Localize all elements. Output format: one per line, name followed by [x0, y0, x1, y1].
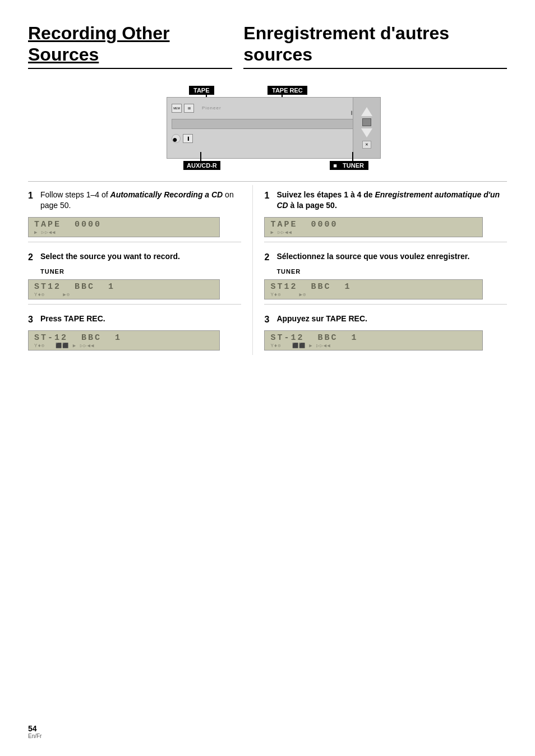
lcd-rec-en: ST-12 BBC 1 Υ♦⊙ ⬛⬛ ▶ ▷▷◀◀ [28, 330, 220, 351]
device-body: MEM ⊞ Pioneer ⊙ ▌ ▌ ▌ ▌ ● ▐ [167, 97, 368, 159]
divider-2-en [28, 304, 241, 305]
pioneer-label: Pioneer [202, 105, 222, 110]
play-button: ▐ [183, 134, 193, 143]
step-3-fr-num: 3 [264, 315, 276, 325]
header-left: Recording Other Sources [28, 22, 243, 69]
lcd-tuner-en: ST12 BBC 1 Υ♦⊙ ▶⊙ [28, 279, 220, 299]
step-2-en-num: 2 [28, 252, 40, 262]
header-right: Enregistrement d'autres sources [243, 22, 507, 69]
up-button [361, 107, 372, 116]
lcd-tape-main-fr: TAPE 0000 [270, 220, 476, 229]
diagram-section: TAPE TAPE REC MEM ⊞ Pioneer ⊙ ▌ ▌ ▌ ▌ [28, 86, 507, 176]
tuner-label-fr-2: TUNER [276, 268, 507, 275]
lcd-rec-main-en: ST-12 BBC 1 [34, 333, 214, 343]
lcd-tape-sub-fr: ▶ ▷▷◀◀ [270, 229, 476, 236]
lcd-rec-fr: ST-12 BBC 1 Υ♦⊙ ⬛⬛ ▶ ▷▷◀◀ [264, 330, 482, 351]
down-button [361, 128, 372, 137]
lcd-tape-sub-en: ▶ ▷▷◀◀ [34, 229, 214, 236]
page: Recording Other Sources Enregistrement d… [0, 0, 535, 756]
col-right: 1 Suivez les étapes 1 à 4 de Enregistrem… [253, 185, 507, 355]
eject-button: ✕ [362, 141, 371, 149]
col-left: 1 Follow steps 1–4 of Automatically Reco… [28, 185, 253, 355]
stop-button [362, 118, 371, 126]
device-slot [172, 119, 363, 129]
page-footer: 54 En/Fr [28, 724, 41, 739]
step-1-fr-num: 1 [264, 191, 276, 211]
lcd-tuner-sub-fr: Υ♦⊙ ▶⊙ [270, 292, 476, 298]
lcd-tuner-sub-en: Υ♦⊙ ▶⊙ [34, 292, 214, 298]
menu-button: MEM [172, 104, 182, 113]
step-3-en: 3 Press TAPE REC. [28, 309, 241, 325]
lcd-tape-en: TAPE 0000 ▶ ▷▷◀◀ [28, 217, 220, 237]
record-button: ● [172, 134, 181, 143]
right-buttons: ✕ [361, 107, 372, 149]
step-2-fr: 2 Sélectionnez la source que vous voulez… [264, 247, 507, 262]
step-1-fr: 1 Suivez les étapes 1 à 4 de Enregistrem… [264, 185, 507, 211]
step-1-en: 1 Follow steps 1–4 of Automatically Reco… [28, 185, 241, 211]
step-3-fr: 3 Appuyez sur TAPE REC. [264, 309, 507, 325]
header: Recording Other Sources Enregistrement d… [28, 22, 507, 69]
lcd-tuner-main-en: ST12 BBC 1 [34, 282, 214, 292]
lcd-tape-fr: TAPE 0000 ▶ ▷▷◀◀ [264, 217, 482, 237]
tuner-arrow [352, 152, 353, 162]
divider-1-fr [264, 242, 507, 242]
lcd-tuner-main-fr: ST12 BBC 1 [270, 282, 476, 292]
step-2-en-content: Select the source you want to record. [40, 251, 180, 262]
label-auxcdr: AUX/CD-R [183, 161, 220, 170]
label-tuner: TUNER [338, 161, 368, 170]
step-1-fr-content: Suivez les étapes 1 à 4 de Enregistremen… [276, 190, 507, 211]
step-1-en-num: 1 [28, 191, 40, 211]
main-divider [28, 181, 507, 182]
label-taperec: TAPE REC [268, 86, 307, 95]
function-button: ⊞ [184, 104, 194, 113]
lcd-rec-sub-fr: Υ♦⊙ ⬛⬛ ▶ ▷▷◀◀ [270, 343, 476, 349]
device-diagram: TAPE TAPE REC MEM ⊞ Pioneer ⊙ ▌ ▌ ▌ ▌ [155, 86, 380, 176]
device-top-left: MEM ⊞ Pioneer [172, 104, 222, 113]
step-2-fr-num: 2 [264, 252, 276, 262]
step-3-en-content: Press TAPE REC. [40, 314, 105, 325]
divider-2-fr [264, 304, 507, 305]
two-col-content: 1 Follow steps 1–4 of Automatically Reco… [28, 185, 507, 355]
step-1-en-content: Follow steps 1–4 of Automatically Record… [40, 190, 241, 211]
tuner-label-en-2: TUNER [40, 268, 241, 275]
device-right-panel: ✕ [353, 97, 381, 159]
stop-button-indicator [362, 118, 371, 126]
auxcdr-arrow [200, 152, 201, 162]
lcd-rec-sub-en: Υ♦⊙ ⬛⬛ ▶ ▷▷◀◀ [34, 343, 214, 349]
device-bottom-row: ● ▐ [167, 129, 368, 149]
device-top-row: MEM ⊞ Pioneer ⊙ ▌ ▌ ▌ ▌ [167, 98, 368, 119]
step-2-en: 2 Select the source you want to record. [28, 247, 241, 262]
step-3-fr-content: Appuyez sur TAPE REC. [276, 314, 367, 325]
lcd-rec-main-fr: ST-12 BBC 1 [270, 333, 476, 343]
title-en: Recording Other Sources [28, 22, 232, 69]
lcd-tuner-fr: ST12 BBC 1 Υ♦⊙ ▶⊙ [264, 279, 482, 299]
page-lang: En/Fr [28, 733, 41, 739]
divider-1-en [28, 242, 241, 242]
title-fr: Enregistrement d'autres sources [243, 22, 507, 69]
lcd-tape-main-en: TAPE 0000 [34, 220, 214, 229]
page-number: 54 [28, 724, 41, 733]
step-3-en-num: 3 [28, 315, 40, 325]
label-tape: TAPE [189, 86, 214, 95]
step-2-fr-content: Sélectionnez la source que vous voulez e… [276, 251, 469, 262]
